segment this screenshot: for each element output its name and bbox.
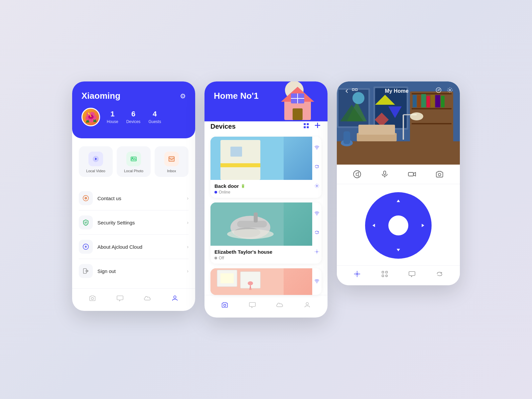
svg-rect-57 bbox=[412, 108, 452, 109]
svg-point-40 bbox=[227, 229, 274, 239]
footer-chat-icon[interactable] bbox=[114, 293, 126, 305]
mic-control[interactable] bbox=[380, 170, 389, 179]
screen2-header: Home No'1 bbox=[204, 81, 328, 121]
s3-footer-refresh-icon[interactable] bbox=[436, 270, 443, 279]
svg-point-4 bbox=[132, 157, 133, 159]
dpad-up-button[interactable] bbox=[395, 198, 402, 205]
device-card-room[interactable] bbox=[210, 268, 322, 295]
dpad-left-button[interactable] bbox=[371, 222, 378, 229]
back-button[interactable] bbox=[343, 88, 358, 94]
about-ajcloud-item[interactable]: About Ajcloud Cloud › bbox=[79, 235, 189, 259]
stats-row: 1 House 6 Devices 4 Guests bbox=[107, 110, 161, 124]
svg-rect-30 bbox=[220, 140, 260, 180]
screen3-phone: My Home bbox=[337, 81, 460, 285]
sign-out-chevron: › bbox=[187, 268, 189, 274]
screen2-body: Devices bbox=[204, 115, 328, 295]
svg-rect-88 bbox=[408, 173, 413, 176]
devices-label: Devices bbox=[126, 119, 141, 124]
add-device-icon[interactable] bbox=[314, 121, 322, 131]
about-ajcloud-label: About Ajcloud Cloud bbox=[97, 244, 182, 250]
devices-header: Devices bbox=[210, 121, 322, 131]
refresh-icon-2[interactable] bbox=[314, 230, 320, 236]
refresh-icon[interactable] bbox=[314, 164, 320, 170]
footer-cloud-icon[interactable] bbox=[141, 293, 154, 305]
settings-icon[interactable] bbox=[447, 87, 453, 95]
dpad-down-button[interactable] bbox=[395, 246, 402, 253]
device-backdoor-status: Online bbox=[214, 190, 245, 195]
wifi-icon-3[interactable] bbox=[314, 279, 320, 285]
video-control[interactable] bbox=[408, 170, 416, 179]
svg-point-41 bbox=[317, 215, 317, 215]
device-card-backdoor[interactable]: Back door 🔋 Online bbox=[210, 137, 322, 198]
inbox-icon bbox=[164, 152, 179, 166]
grid-view-icon[interactable] bbox=[303, 122, 310, 131]
svg-point-14 bbox=[91, 298, 93, 300]
speaker-control[interactable] bbox=[353, 170, 361, 179]
svg-marker-93 bbox=[422, 224, 424, 227]
device-room-side-icons bbox=[312, 268, 322, 295]
wifi-icon[interactable] bbox=[314, 145, 320, 151]
settings-small-icon-2[interactable] bbox=[314, 249, 320, 255]
dpad-center-button[interactable] bbox=[388, 215, 408, 235]
inbox-button[interactable]: Inbox bbox=[155, 146, 189, 177]
menu-list: Contact us › Security Settings › About A… bbox=[79, 186, 189, 283]
s2-footer-camera-icon[interactable] bbox=[218, 300, 231, 312]
svg-rect-37 bbox=[237, 221, 267, 227]
screens-container: Xiaoming ⚙ 🌺 1 House 6 Devices bbox=[59, 68, 473, 331]
wifi-icon-2[interactable] bbox=[314, 211, 320, 217]
s2-footer-profile-icon[interactable] bbox=[301, 300, 314, 312]
device-elizabeth-content: Elizabeth Taylor's house Off bbox=[210, 202, 312, 264]
footer-camera-icon[interactable] bbox=[86, 293, 99, 305]
svg-point-78 bbox=[410, 112, 423, 120]
guests-count: 4 bbox=[148, 110, 161, 118]
profile-row: 🌺 1 House 6 Devices 4 Guests bbox=[81, 108, 186, 126]
local-video-button[interactable]: Local Video bbox=[79, 146, 113, 177]
svg-rect-23 bbox=[304, 123, 306, 125]
svg-rect-98 bbox=[382, 271, 384, 273]
screen3-title: My Home bbox=[385, 88, 408, 94]
device-backdoor-image bbox=[210, 137, 312, 180]
contact-us-icon bbox=[79, 191, 93, 205]
svg-rect-31 bbox=[220, 163, 260, 167]
device-elizabeth-info: Elizabeth Taylor's house Off bbox=[210, 246, 312, 264]
s3-footer-scan-icon[interactable] bbox=[381, 270, 388, 279]
settings-small-icon[interactable] bbox=[314, 183, 320, 190]
svg-rect-45 bbox=[220, 273, 234, 283]
devices-controls bbox=[303, 121, 322, 131]
gear-icon[interactable]: ⚙ bbox=[180, 92, 186, 100]
svg-rect-100 bbox=[382, 275, 384, 277]
screen1-footer bbox=[72, 288, 195, 311]
device-backdoor-side-icons bbox=[312, 137, 322, 198]
device-card-elizabeth[interactable]: Elizabeth Taylor's house Off bbox=[210, 202, 322, 264]
security-settings-item[interactable]: Security Settings › bbox=[79, 210, 189, 235]
screen3-footer bbox=[337, 265, 460, 285]
svg-point-33 bbox=[317, 149, 317, 150]
local-photo-button[interactable]: Local Photo bbox=[117, 146, 151, 177]
edit-icon[interactable] bbox=[435, 87, 442, 95]
directional-pad bbox=[365, 192, 432, 259]
svg-point-101 bbox=[386, 275, 388, 277]
s3-footer-move-icon[interactable] bbox=[353, 270, 361, 279]
s2-footer-chat-icon[interactable] bbox=[246, 300, 259, 312]
elizabeth-status-text: Off bbox=[219, 256, 224, 260]
svg-rect-5 bbox=[169, 157, 175, 162]
house-decoration bbox=[271, 81, 324, 121]
svg-marker-91 bbox=[397, 249, 400, 251]
quick-actions: Local Video Local Photo Inbox bbox=[79, 146, 189, 177]
local-video-icon bbox=[88, 152, 103, 166]
dpad-container bbox=[337, 184, 460, 265]
contact-us-item[interactable]: Contact us › bbox=[79, 186, 189, 210]
contact-us-chevron: › bbox=[187, 196, 189, 201]
svg-point-89 bbox=[438, 173, 441, 176]
inbox-label: Inbox bbox=[167, 169, 176, 173]
svg-rect-22 bbox=[293, 108, 303, 120]
photo-capture-control[interactable] bbox=[435, 170, 444, 179]
screen1-header: Xiaoming ⚙ 🌺 1 House 6 Devices bbox=[72, 81, 195, 138]
screen3-header: My Home bbox=[337, 81, 460, 165]
s2-footer-cloud-icon[interactable] bbox=[273, 300, 286, 312]
footer-profile-icon[interactable] bbox=[169, 293, 181, 305]
s3-footer-chat-icon[interactable] bbox=[408, 270, 416, 279]
dpad-right-button[interactable] bbox=[419, 222, 426, 229]
devices-title: Devices bbox=[210, 123, 236, 130]
sign-out-item[interactable]: Sign out › bbox=[79, 259, 189, 283]
